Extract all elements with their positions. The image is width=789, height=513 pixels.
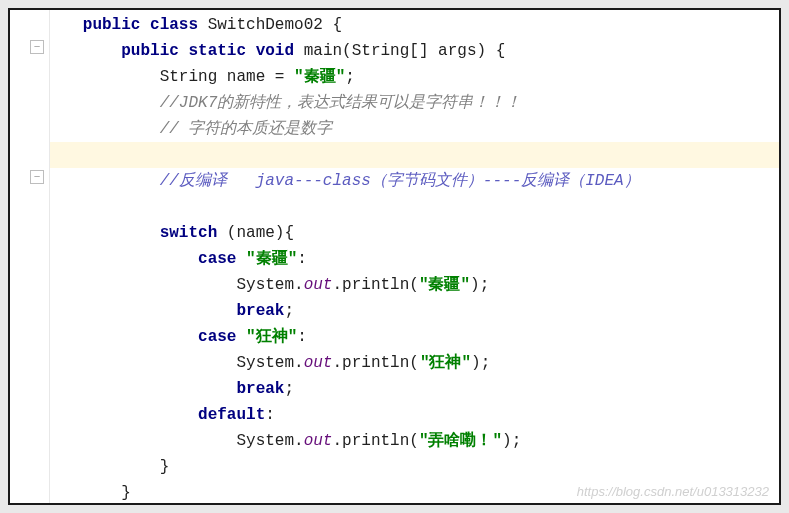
keyword: default (198, 406, 265, 424)
println: .println( (332, 432, 418, 450)
end: ); (470, 276, 489, 294)
code-line: switch (name){ (50, 220, 779, 246)
colon: : (297, 250, 307, 268)
brace: } (121, 484, 131, 502)
keyword: case (198, 328, 236, 346)
colon: : (265, 406, 275, 424)
code-area[interactable]: public class SwitchDemo02 { public stati… (50, 10, 779, 503)
keyword: case (198, 250, 236, 268)
code-line: } (50, 454, 779, 480)
comment: //反编译 java---class（字节码文件）----反编译（IDEA） (160, 172, 640, 190)
semicolon: ; (284, 380, 294, 398)
semicolon: ; (345, 68, 355, 86)
println: .println( (332, 276, 418, 294)
keyword: static (188, 42, 246, 60)
string-literal: "狂神" (246, 328, 297, 346)
code-line: case "秦疆": (50, 246, 779, 272)
end: ); (471, 354, 490, 372)
expr: (name){ (217, 224, 294, 242)
code-line: break; (50, 376, 779, 402)
fold-marker-icon[interactable]: − (30, 40, 44, 54)
var-decl: String name = (160, 68, 294, 86)
keyword: break (236, 380, 284, 398)
string-literal: "秦疆" (246, 250, 297, 268)
code-line: System.out.println("弄啥嘞！"); (50, 428, 779, 454)
code-line: break; (50, 298, 779, 324)
brace: } (160, 458, 170, 476)
string-literal: "秦疆" (294, 68, 345, 86)
code-line: public static void main(String[] args) { (50, 38, 779, 64)
code-line: //JDK7的新特性，表达式结果可以是字符串！！！ (50, 90, 779, 116)
class-name: SwitchDemo02 (208, 16, 323, 34)
code-line: String name = "秦疆"; (50, 64, 779, 90)
keyword: break (236, 302, 284, 320)
watermark: https://blog.csdn.net/u013313232 (577, 484, 769, 499)
method-name: main (304, 42, 342, 60)
string-literal: "秦疆" (419, 276, 470, 294)
end: ); (502, 432, 521, 450)
string-literal: "弄啥嘞！" (419, 432, 502, 450)
field-out: out (304, 354, 333, 372)
keyword: public (83, 16, 141, 34)
println: .println( (332, 354, 418, 372)
code-line: public class SwitchDemo02 { (50, 12, 779, 38)
keyword: class (150, 16, 198, 34)
editor-frame: − − public class SwitchDemo02 { public s… (8, 8, 781, 505)
keyword: public (121, 42, 179, 60)
semicolon: ; (284, 302, 294, 320)
code-line (50, 194, 779, 220)
gutter: − − (10, 10, 50, 503)
sys: System. (236, 432, 303, 450)
code-line: System.out.println("狂神"); (50, 350, 779, 376)
code-line: default: (50, 402, 779, 428)
colon: : (297, 328, 307, 346)
keyword: void (256, 42, 294, 60)
code-line: //反编译 java---class（字节码文件）----反编译（IDEA） (50, 168, 779, 194)
code-line: case "狂神": (50, 324, 779, 350)
sys: System. (236, 354, 303, 372)
keyword: switch (160, 224, 218, 242)
code-line: // 字符的本质还是数字 (50, 116, 779, 142)
sys: System. (236, 276, 303, 294)
fold-marker-icon[interactable]: − (30, 170, 44, 184)
code-line-current (50, 142, 779, 168)
comment: // 字符的本质还是数字 (160, 120, 333, 138)
code-line: System.out.println("秦疆"); (50, 272, 779, 298)
brace: { (332, 16, 342, 34)
params: (String[] args) { (342, 42, 505, 60)
comment: //JDK7的新特性，表达式结果可以是字符串！！！ (160, 94, 522, 112)
field-out: out (304, 276, 333, 294)
field-out: out (304, 432, 333, 450)
string-literal: "狂神" (420, 354, 471, 372)
